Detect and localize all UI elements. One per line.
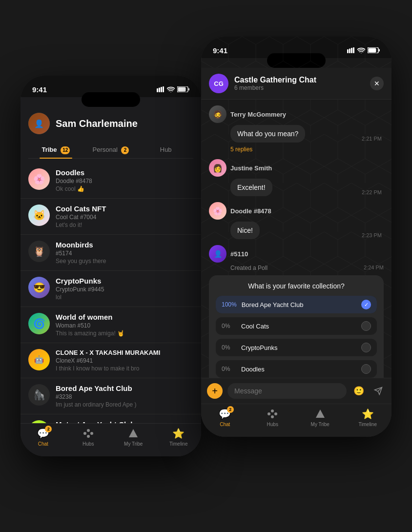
nav-timeline-label-right: Timeline [359,422,377,427]
list-item[interactable]: 😎 CryptoPunks CryptoPunk #9445 lol [21,271,201,307]
list-item[interactable]: 🦍 Bored Ape Yacht Club #3238 Im just an … [21,378,201,414]
message-bubble: Nice! [230,222,260,239]
list-item[interactable]: 🌸 Doodles Doodle #8478 Ok cool 👍 [21,163,201,199]
nav-chat[interactable]: 💬 2 Chat [21,428,66,447]
poll-sender-row: 👤 #5110 [209,245,384,263]
tab-hub[interactable]: Hub [138,142,193,158]
poll-option-3[interactable]: 0% Doodles [216,360,377,378]
avatar: 🐱 [28,205,50,226]
svg-rect-20 [379,49,380,52]
chat-name: Castle Gathering Chat [234,76,364,84]
svg-rect-15 [351,48,352,53]
poll-option-1[interactable]: 0% Cool Cats [216,317,377,335]
svg-point-4 [170,92,171,92]
nav-hubs-label: Hubs [82,441,94,447]
chat-icon-right: 💬 2 [219,408,231,420]
svg-point-26 [271,415,274,418]
close-button[interactable]: ✕ [370,77,384,90]
list-item[interactable]: 🌀 World of women Woman #510 This is amaz… [21,307,201,343]
svg-point-10 [90,432,93,435]
left-phone: 9:41 👤 Sam Charlemaine [21,76,201,456]
nav-tribe-label: My Tribe [124,441,143,447]
user-row: 👤 Sam Charlemaine [28,113,193,134]
dynamic-island-right [267,53,326,68]
chat-group-avatar: CG [209,74,228,93]
message-input[interactable] [227,383,347,399]
poll-check-unselected [361,343,371,352]
message-time: 2:23 PM [362,232,384,238]
user-avatar: 👤 [28,113,50,134]
svg-point-17 [360,53,362,53]
svg-point-8 [83,432,86,435]
list-item[interactable]: 🧟 Mutant Ape Yacht Club #21568 Have a ni… [21,414,201,424]
avatar: 😎 [28,277,50,298]
poll-creator-avatar: 👤 [209,245,227,263]
avatar: 🤖 [28,349,50,370]
nav-chat-label: Chat [38,441,48,447]
nav-chat-right[interactable]: 💬 2 Chat [201,408,249,427]
poll-check-unselected [361,321,371,331]
sender-name: Justine Smith [230,164,272,172]
chat-badge: 2 [45,426,52,432]
tab-personal[interactable]: Personal 2 [83,142,139,158]
tabs-row: Tribe 12 Personal 2 Hub [28,142,193,159]
message-time: 2:21 PM [362,136,384,142]
emoji-button[interactable]: 🙂 [351,384,366,398]
user-name: Sam Charlemaine [56,118,138,129]
nav-hubs-right[interactable]: Hubs [249,408,297,427]
chat-badge-right: 2 [227,406,234,413]
send-button[interactable] [371,384,386,398]
add-button[interactable]: + [207,383,223,399]
svg-marker-12 [129,429,138,437]
chat-list: 🌸 Doodles Doodle #8478 Ok cool 👍 🐱 Cool … [21,163,201,424]
svg-point-23 [268,412,270,415]
sender-row: 🌸 Doodle #8478 [209,202,384,220]
nav-tribe[interactable]: My Tribe [111,428,156,447]
status-icons-right [347,47,380,53]
svg-rect-6 [178,87,186,92]
poll-message: 👤 #5110 Created a Poll 2:24 PM What is y… [209,245,384,378]
sender-row: 🧔 Terry McGommery [209,105,384,123]
svg-rect-1 [159,88,160,93]
list-item[interactable]: 🐱 Cool Cats NFT Cool Cat #7004 Let's do … [21,199,201,235]
time-right: 9:41 [213,46,227,55]
chat-members: 6 members [234,84,364,91]
nav-tribe-label-right: My Tribe [311,422,330,427]
poll-check-selected: ✓ [361,300,371,309]
input-area: + 🙂 [201,378,391,404]
nav-hubs-label-right: Hubs [267,422,278,427]
replies-count[interactable]: 5 replies [230,146,252,153]
svg-rect-14 [349,49,350,54]
list-item[interactable]: 🦉 Moonbirds #5174 See you guys there [21,235,201,271]
nav-tribe-right[interactable]: My Tribe [296,408,344,427]
svg-rect-16 [353,47,354,53]
sender-name: Terry McGommery [230,111,286,118]
sender-avatar: 👩 [209,159,227,177]
nav-hubs[interactable]: Hubs [66,428,111,447]
svg-rect-2 [161,87,162,92]
tab-tribe-badge: 12 [61,146,70,154]
sender-row: 👩 Justine Smith [209,159,384,177]
poll-action: Created a Poll [230,265,268,271]
nav-timeline-right[interactable]: ⭐ Timeline [344,408,392,427]
right-phone: 9:41 CG Castle Gathering Chat 6 members … [201,37,391,437]
chat-icon: 💬 2 [37,428,49,439]
poll-option-0[interactable]: 100% Bored Ape Yacht Club ✓ [216,296,377,313]
poll-question: What is your favorite collection? [216,282,377,290]
nav-chat-label-right: Chat [220,422,230,427]
poll-option-2[interactable]: 0% CryptoPunks [216,339,377,356]
nav-timeline[interactable]: ⭐ Timeline [156,428,202,447]
poll-card: What is your favorite collection? 100% B… [209,275,384,378]
bottom-nav-left: 💬 2 Chat Hubs My Tribe [21,423,201,456]
tab-tribe[interactable]: Tribe 12 [28,142,83,158]
bottom-nav-right: 💬 2 Chat Hubs My Tribe [201,404,391,437]
timeline-icon-right: ⭐ [362,408,373,420]
tab-personal-badge: 2 [121,146,129,154]
hubs-icon [82,428,94,439]
svg-rect-3 [163,86,164,92]
message-time: 2:22 PM [362,189,384,195]
list-item[interactable]: 🤖 CLONE X - X TAKASHI MURAKAMI CloneX #6… [21,343,201,378]
poll-creator-name: #5110 [230,250,248,258]
timeline-icon: ⭐ [173,428,185,439]
message-bubble: What do you mean? [230,125,305,143]
